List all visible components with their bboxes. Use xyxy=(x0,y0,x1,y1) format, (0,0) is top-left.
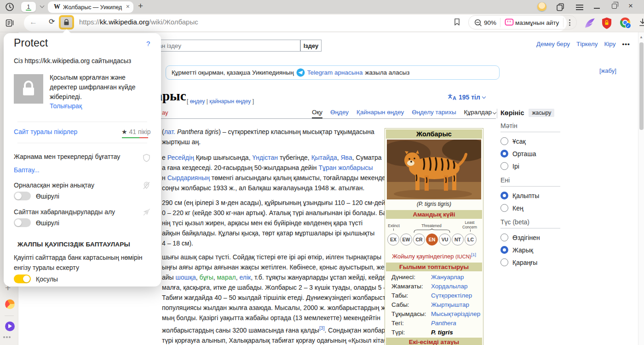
wiki-link[interactable]: Ресейдің xyxy=(167,154,194,161)
read-aloud-label[interactable]: мазмұнын айту xyxy=(515,19,559,26)
taxon-link[interactable]: Жыртқыштар xyxy=(431,301,469,308)
scrollbar-thumb[interactable] xyxy=(639,42,644,130)
sidebar-divider xyxy=(5,316,14,316)
telegram-banner[interactable]: Құрметті оқырман, қазақша Уикипедияның T… xyxy=(166,65,500,80)
hatnote-fragment[interactable]: ау xyxy=(162,109,168,116)
tab-close-icon[interactable]: × xyxy=(126,3,130,10)
tab-groups-icon[interactable] xyxy=(557,3,564,11)
translator-feather-icon[interactable] xyxy=(583,17,596,29)
profile-avatar[interactable] xyxy=(537,2,546,12)
radio[interactable] xyxy=(500,258,508,266)
view-tab-Өңделу тарихы[interactable]: Өңделу тарихы xyxy=(412,109,456,119)
view-tab-Қайнарын өңдеу[interactable]: Қайнарын өңдеу xyxy=(356,109,404,119)
site-reviews-link[interactable]: Сайт туралы пікірлер xyxy=(14,128,77,135)
view-tab-Құралдар[interactable]: Құралдар xyxy=(464,109,496,119)
more-menu-dots[interactable]: ••• xyxy=(622,41,630,47)
bookmark-icon[interactable] xyxy=(454,18,460,26)
read-aloud-icon[interactable] xyxy=(505,18,514,27)
wiki-link[interactable]: Үндістан xyxy=(252,154,278,161)
edit-link[interactable]: өңдеу xyxy=(190,98,205,105)
user-link[interactable]: Демеу беру xyxy=(536,41,570,47)
back-button[interactable]: ← xyxy=(29,18,37,27)
wiki-link[interactable]: шошқа xyxy=(176,274,196,281)
radio[interactable] xyxy=(500,162,508,170)
tab-counter[interactable]: 1 xyxy=(21,2,36,12)
restore-window-icon[interactable] xyxy=(612,4,617,9)
page-scrollbar[interactable]: ▲ xyxy=(638,32,644,345)
more-options-icon[interactable] xyxy=(569,19,570,27)
appearance-option-Қараңғы[interactable]: Қараңғы xyxy=(500,256,560,269)
minimize-window-icon[interactable] xyxy=(594,8,600,9)
taxon-link[interactable]: Мысықтәрізділер xyxy=(431,310,480,317)
sidebar-panels-icon[interactable] xyxy=(6,18,14,27)
tab-list-chevron-icon[interactable] xyxy=(40,4,45,8)
sidebar-more-icon[interactable] xyxy=(3,336,11,338)
iucn-status-link[interactable]: Жойылу қаупіндегілер (IUCN)[1] xyxy=(385,251,483,262)
header-divider xyxy=(497,109,497,118)
yandex-zen-icon[interactable] xyxy=(5,299,15,309)
user-link[interactable]: Кіру xyxy=(604,41,615,47)
protect-help-link[interactable]: ? xyxy=(146,40,150,47)
appearance-option-Кең[interactable]: Кең xyxy=(500,202,560,214)
url-text[interactable]: https://kk.wikipedia.org/wiki/Жолбарыс xyxy=(79,18,198,26)
zoom-out-icon[interactable] xyxy=(474,19,482,27)
user-link[interactable]: Тіркелу xyxy=(576,41,598,47)
view-tab-Өңдеу[interactable]: Өңдеу xyxy=(330,109,349,119)
edit-link[interactable]: қайнарын өңдеу xyxy=(209,98,251,105)
wiki-search-button[interactable]: Іздеу xyxy=(300,40,322,52)
taxon-link[interactable]: Хордалылар xyxy=(431,283,467,290)
details-link[interactable]: Толығырақ xyxy=(50,102,82,110)
bank-warning-toggle[interactable] xyxy=(14,275,31,283)
appearance-option-Қалыпты[interactable]: Қалыпты xyxy=(500,189,560,202)
radio[interactable] xyxy=(500,234,508,241)
radio[interactable] xyxy=(500,204,508,212)
downloads-icon[interactable] xyxy=(638,18,644,27)
reference-1[interactable]: [1] xyxy=(471,252,476,257)
wiki-link[interactable]: Сырдарияның xyxy=(167,174,210,181)
history-clock-icon[interactable] xyxy=(5,2,14,12)
browser-menu-icon[interactable] xyxy=(576,5,583,12)
appearance-hide-button[interactable]: жасыру xyxy=(529,109,554,117)
adblock-settings-link[interactable]: Баптау... xyxy=(14,166,40,174)
tiger-photo[interactable] xyxy=(387,140,481,199)
location-toggle[interactable] xyxy=(14,192,31,200)
scrollbar-up-arrow[interactable]: ▲ xyxy=(639,35,643,39)
radio-selected[interactable] xyxy=(500,192,508,199)
appearance-option-Жарық[interactable]: Жарық xyxy=(500,244,560,256)
appearance-option-Өздігінен[interactable]: Өздігінен xyxy=(500,231,560,244)
radio-selected[interactable] xyxy=(500,150,508,158)
wiki-link[interactable]: Тұран жолбарысы xyxy=(318,164,373,171)
chrome-sync-icon[interactable]: ✓ xyxy=(620,18,630,28)
option-label: Ірі xyxy=(512,163,519,170)
wiki-link[interactable]: бұғы xyxy=(200,274,213,281)
appearance-option-Орташа[interactable]: Орташа xyxy=(500,147,560,160)
appearance-option-Ұсақ[interactable]: Ұсақ xyxy=(500,135,560,147)
radio[interactable] xyxy=(500,137,508,145)
site-lock-icon[interactable] xyxy=(59,15,74,29)
browser-tab[interactable]: W Жолбарыс — Уикипеді × xyxy=(48,1,133,13)
telegram-channel-link[interactable]: Telegram арнасына xyxy=(307,69,363,76)
taxon-value: P. tigris xyxy=(431,329,453,336)
adguard-shield-icon[interactable] xyxy=(601,17,613,29)
taxon-link[interactable]: Сүтқоректілер xyxy=(431,292,472,299)
close-window-icon[interactable]: × xyxy=(628,1,633,11)
reload-button[interactable]: ⟳ xyxy=(49,17,55,26)
notifications-toggle[interactable] xyxy=(14,218,31,227)
language-selector[interactable]: A 195 тіл xyxy=(448,94,485,101)
zoom-level[interactable]: 90% xyxy=(484,19,496,26)
reviews-rating[interactable]: ★ 41 пікір xyxy=(121,128,151,135)
taxon-link[interactable]: Жануарлар xyxy=(431,274,464,281)
wiki-link[interactable]: [3] xyxy=(319,325,325,331)
view-tab-Оқу[interactable]: Оқу xyxy=(312,109,322,119)
wiki-link[interactable]: Қытайда xyxy=(311,154,337,161)
wiki-link[interactable]: лат. xyxy=(164,128,177,135)
appearance-option-Ірі[interactable]: Ірі xyxy=(500,160,560,172)
alice-assistant-icon[interactable] xyxy=(5,322,15,331)
new-tab-button[interactable]: + xyxy=(138,1,143,11)
taxon-link[interactable]: Panthera xyxy=(431,320,456,327)
wiki-link[interactable]: марал xyxy=(217,274,236,281)
wiki-link[interactable]: Ява xyxy=(340,154,352,161)
banner-close-link[interactable]: [жабу] xyxy=(599,67,616,74)
wiki-link[interactable]: елік xyxy=(239,274,251,281)
radio-selected[interactable] xyxy=(500,246,508,254)
